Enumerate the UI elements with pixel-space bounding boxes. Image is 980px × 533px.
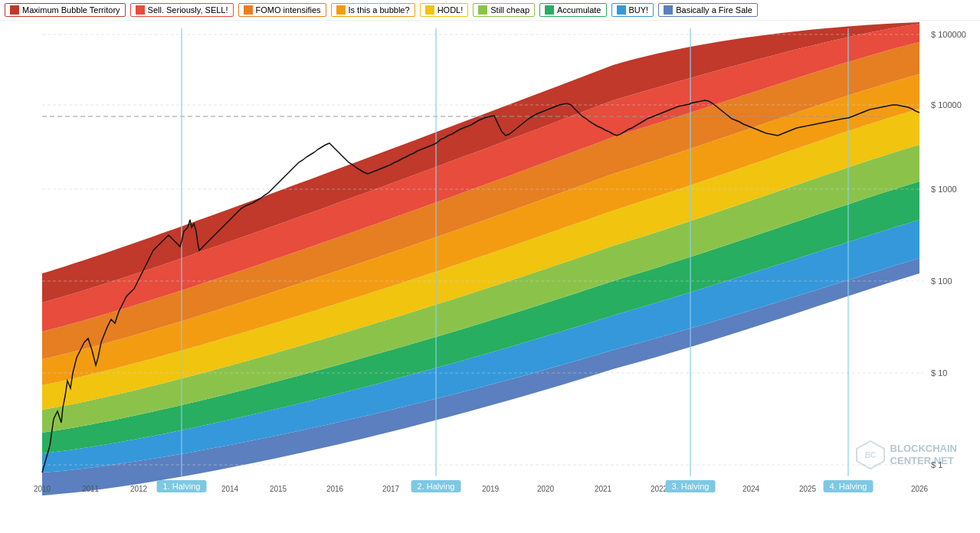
x-label-2024: 2024: [742, 485, 760, 493]
y-label-1000: $ 1000: [931, 185, 957, 194]
halving-label-2: 2. Halving: [411, 480, 461, 492]
x-label-2012: 2012: [130, 485, 148, 493]
legend-item-2: FOMO intensifies: [238, 3, 326, 17]
x-label-2017: 2017: [382, 485, 400, 493]
legend: Maximum Bubble TerritorySell. Seriously,…: [0, 0, 980, 21]
x-label-2025: 2025: [799, 485, 817, 493]
x-label-2014: 2014: [221, 485, 239, 493]
legend-label-2: FOMO intensifies: [256, 5, 321, 15]
y-label-10: $ 10: [931, 368, 947, 378]
legend-label-6: Accumulate: [557, 5, 601, 15]
legend-label-8: Basically a Fire Sale: [676, 5, 752, 15]
legend-label-1: Sell. Seriously, SELL!: [148, 5, 228, 15]
legend-item-4: HODL!: [420, 3, 469, 17]
legend-swatch-7: [617, 5, 626, 15]
legend-swatch-5: [478, 5, 487, 15]
svg-text:BC: BC: [864, 451, 875, 459]
x-label-2015: 2015: [270, 485, 287, 493]
legend-item-1: Sell. Seriously, SELL!: [130, 3, 234, 17]
blockchain-center-icon: BC: [855, 440, 886, 470]
watermark: BC BLOCKCHAIN CENTER.NET: [855, 440, 957, 470]
chart-svg: $ 100000 $ 10000 $ 1000 $ 100 $ 10 $ 1 2…: [0, 21, 980, 512]
legend-item-7: BUY!: [611, 3, 654, 17]
legend-label-5: Still cheap: [490, 5, 529, 15]
x-label-2020: 2020: [537, 485, 555, 493]
legend-label-7: BUY!: [629, 5, 649, 15]
x-label-2010: 2010: [34, 485, 51, 493]
legend-item-8: Basically a Fire Sale: [658, 3, 758, 17]
x-label-2026: 2026: [911, 485, 929, 493]
legend-swatch-2: [244, 5, 253, 15]
legend-label-3: Is this a bubble?: [349, 5, 410, 15]
x-label-2016: 2016: [326, 485, 344, 493]
chart-container: $ 100000 $ 10000 $ 1000 $ 100 $ 10 $ 1 2…: [0, 21, 980, 512]
halving-label-1: 1. Halving: [157, 480, 207, 492]
legend-swatch-6: [545, 5, 554, 15]
y-label-10000: $ 10000: [931, 100, 962, 110]
legend-swatch-3: [336, 5, 346, 15]
legend-item-6: Accumulate: [539, 3, 606, 17]
legend-swatch-4: [425, 5, 434, 15]
y-label-100000: $ 100000: [931, 30, 966, 39]
legend-label-4: HODL!: [438, 5, 464, 15]
x-label-2019: 2019: [482, 485, 500, 493]
legend-item-0: Maximum Bubble Territory: [5, 3, 126, 17]
halving-label-3: 3. Halving: [666, 480, 716, 492]
legend-swatch-1: [136, 5, 145, 15]
legend-item-3: Is this a bubble?: [331, 3, 415, 17]
y-label-100: $ 100: [931, 276, 952, 286]
legend-label-0: Maximum Bubble Territory: [22, 5, 120, 15]
x-label-2011: 2011: [82, 485, 100, 493]
legend-swatch-8: [664, 5, 673, 15]
legend-swatch-0: [10, 5, 19, 15]
legend-item-5: Still cheap: [473, 3, 535, 17]
x-label-2021: 2021: [595, 485, 612, 493]
watermark-text: BLOCKCHAIN CENTER.NET: [890, 443, 957, 466]
halving-label-4: 4. Halving: [824, 480, 873, 492]
